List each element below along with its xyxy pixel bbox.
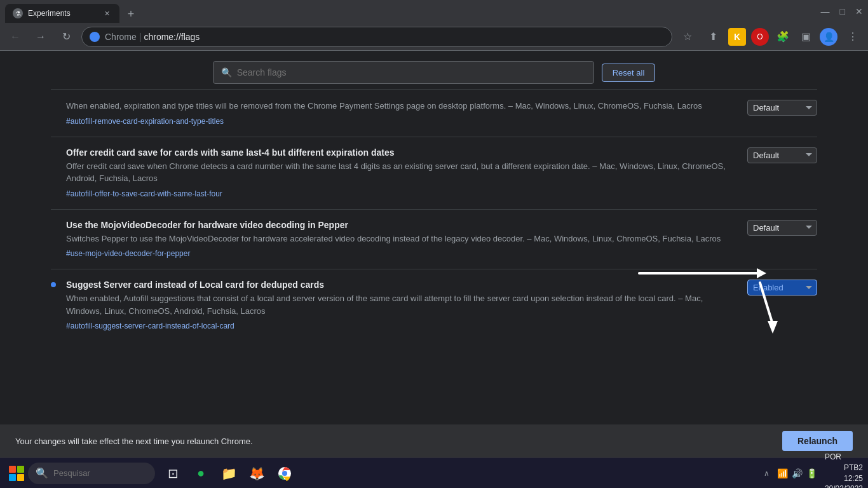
title-bar-controls: ― □ ✕: [821, 6, 863, 17]
flag-description: Switches Pepper to use the MojoVideoDeco…: [66, 233, 737, 245]
win-quad-green: [17, 466, 24, 473]
tray-datetime: POR PTB2 12:25 30/03/2023: [825, 452, 863, 488]
svg-marker-2: [757, 268, 766, 278]
reset-all-button[interactable]: Reset all: [602, 64, 656, 82]
opera-extension-icon[interactable]: O: [751, 28, 769, 46]
flag-title: Suggest Server card instead of Local car…: [66, 280, 737, 290]
back-button[interactable]: ←: [5, 27, 25, 47]
tray-time: 12:25: [844, 474, 863, 483]
flag-select[interactable]: Default Enabled Disabled: [747, 100, 817, 116]
active-tab[interactable]: ⚗ Experiments ✕: [5, 4, 119, 23]
taskbar-search[interactable]: 🔍: [28, 463, 155, 484]
flag-enabled-select[interactable]: Default Enabled Disabled: [747, 280, 817, 295]
title-bar: ⚗ Experiments ✕ + ― □ ✕: [0, 0, 868, 23]
address-chrome-label: Chrome: [105, 32, 137, 42]
flag-select[interactable]: Default Enabled Disabled: [747, 220, 817, 236]
search-box[interactable]: 🔍: [213, 61, 594, 84]
tray-sublang: PTB2: [844, 463, 863, 472]
nav-bar: ← → ↻ Chrome | chrome://flags ☆ ⬆ K O 🧩 …: [0, 23, 868, 51]
start-button[interactable]: [5, 462, 28, 485]
flag-description: When enabled, expiration and type titles…: [66, 100, 737, 112]
flag-title: Use the MojoVideoDecoder for hardware vi…: [66, 220, 737, 230]
search-icon: 🔍: [221, 67, 232, 78]
flag-info: Suggest Server card instead of Local car…: [66, 280, 737, 331]
address-text: Chrome | chrome://flags: [105, 32, 200, 42]
flag-info: Use the MojoVideoDecoder for hardware vi…: [66, 220, 737, 259]
address-path: chrome://flags: [144, 32, 200, 42]
flag-link[interactable]: #autofill-suggest-server-card-instead-of…: [66, 322, 234, 330]
flag-info: When enabled, expiration and type titles…: [66, 100, 737, 126]
tray-volume-icon: 🔊: [792, 468, 803, 478]
flag-control: Default Enabled Disabled: [747, 100, 817, 116]
menu-button[interactable]: ⋮: [843, 27, 863, 47]
svg-point-6: [282, 471, 287, 476]
win-quad-red: [9, 466, 16, 473]
k-extension-icon[interactable]: K: [728, 28, 746, 46]
flag-info: Offer credit card save for cards with sa…: [66, 147, 737, 199]
relaunch-button[interactable]: Relaunch: [782, 431, 853, 451]
tab-area: ⚗ Experiments ✕ +: [5, 0, 816, 23]
share-button[interactable]: ⬆: [703, 27, 723, 47]
svg-point-0: [92, 34, 98, 40]
flag-item: When enabled, expiration and type titles…: [51, 89, 817, 137]
taskbar-task-view[interactable]: ⊡: [160, 461, 186, 486]
flag-active-dot: [51, 150, 56, 155]
flag-active-dot: [51, 102, 56, 107]
tab-close-button[interactable]: ✕: [102, 8, 112, 18]
flag-title: Offer credit card save for cards with sa…: [66, 147, 737, 158]
flag-active-dot: [51, 282, 56, 287]
tray-battery-icon: 🔋: [806, 468, 817, 478]
flag-control: Default Enabled Disabled: [747, 280, 817, 295]
taskbar-spotify[interactable]: ●: [188, 461, 214, 486]
tab-label: Experiments: [28, 9, 71, 18]
flag-control: Default Enabled Disabled: [747, 147, 817, 163]
refresh-icon: ↻: [62, 30, 71, 43]
win-quad-blue: [9, 474, 16, 481]
flag-item: Use the MojoVideoDecoder for hardware vi…: [51, 209, 817, 269]
forward-button[interactable]: →: [31, 27, 51, 47]
site-security-icon: [90, 32, 100, 42]
maximize-button[interactable]: □: [840, 6, 845, 17]
puzzle-extension-icon[interactable]: 🧩: [774, 28, 792, 46]
flag-link[interactable]: #autofill-remove-card-expiration-and-typ…: [66, 117, 224, 126]
taskbar-chrome[interactable]: [272, 461, 297, 486]
flag-link[interactable]: #autofill-offer-to-save-card-with-same-l…: [66, 189, 222, 198]
tray-show-hidden-icon[interactable]: ∧: [764, 469, 770, 478]
forward-icon: →: [36, 31, 46, 43]
taskbar-search-input[interactable]: [53, 468, 142, 478]
search-area: 🔍 Reset all: [0, 51, 868, 89]
profile-avatar[interactable]: 👤: [820, 28, 837, 46]
flag-select[interactable]: Default Enabled Disabled: [747, 147, 817, 163]
tray-language: POR: [825, 452, 841, 463]
sidebar-icon[interactable]: ▣: [797, 28, 815, 46]
taskbar-files[interactable]: 📁: [216, 461, 241, 486]
flag-control: Default Enabled Disabled: [747, 220, 817, 236]
address-bar[interactable]: Chrome | chrome://flags: [81, 27, 672, 47]
tray-wifi-icon: 📶: [777, 468, 788, 478]
taskbar-apps: ⊡ ● 📁 🦊: [160, 461, 297, 486]
flag-link[interactable]: #use-mojo-video-decoder-for-pepper: [66, 249, 190, 258]
flags-list: When enabled, expiration and type titles…: [0, 89, 868, 424]
svg-marker-4: [768, 321, 778, 334]
refresh-button[interactable]: ↻: [56, 27, 76, 47]
flag-item: Offer credit card save for cards with sa…: [51, 137, 817, 209]
close-button[interactable]: ✕: [855, 6, 863, 17]
taskbar-search-icon: 🔍: [36, 467, 48, 479]
search-input[interactable]: [237, 67, 586, 78]
back-icon: ←: [10, 31, 20, 43]
flag-description: When enabled, Autofill suggestions that …: [66, 292, 737, 317]
main-content: 🔍 Reset all When enabled, expiration and…: [0, 51, 868, 424]
bottom-bar-message: Your changes will take effect the next t…: [15, 437, 253, 446]
win-quad-yellow: [17, 474, 24, 481]
taskbar-tray: ∧ 📶 🔊 🔋 POR PTB2 12:25 30/03/2023: [764, 452, 863, 488]
nav-icons: ☆ ⬆ K O 🧩 ▣ 👤 ⋮: [677, 27, 863, 47]
taskbar-firefox[interactable]: 🦊: [244, 461, 269, 486]
bookmark-button[interactable]: ☆: [677, 27, 698, 47]
new-tab-button[interactable]: +: [122, 5, 140, 23]
flag-active-dot: [51, 222, 56, 227]
minimize-button[interactable]: ―: [821, 6, 830, 17]
tab-favicon: ⚗: [13, 8, 23, 18]
bottom-bar: Your changes will take effect the next t…: [0, 424, 868, 458]
flag-item-highlighted: Suggest Server card instead of Local car…: [51, 269, 817, 341]
taskbar: 🔍 ⊡ ● 📁 🦊 ∧ 📶 🔊 🔋 POR: [0, 458, 868, 488]
